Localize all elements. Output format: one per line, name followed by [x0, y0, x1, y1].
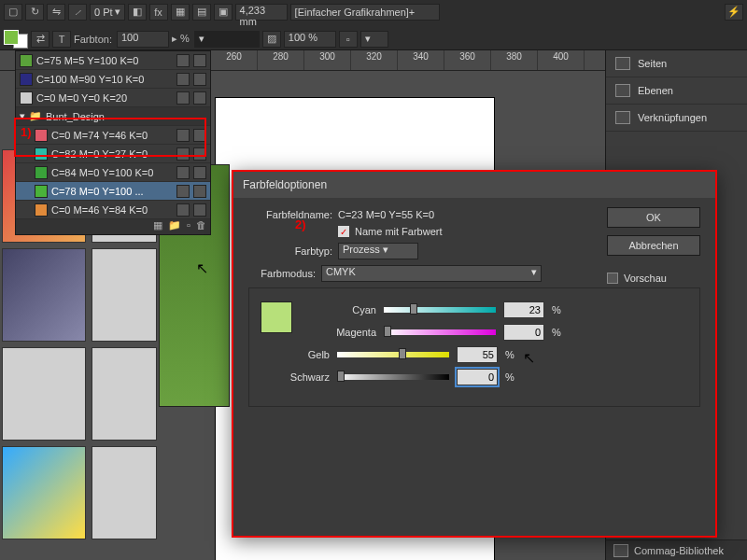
- panel-footer: ▦ 📁 ▫ 🗑: [16, 219, 210, 234]
- panel-library[interactable]: Commag-Bibliothek: [606, 539, 747, 560]
- preview-checkbox[interactable]: [607, 273, 618, 284]
- dialog-title: Farbfeldoptionen: [233, 172, 715, 198]
- gelb-value[interactable]: [457, 346, 498, 363]
- layers-icon: [615, 84, 630, 97]
- swatch-item[interactable]: C=100 M=90 Y=10 K=0: [16, 70, 210, 89]
- swatch-item[interactable]: C=0 M=46 Y=84 K=0: [16, 201, 210, 219]
- name-label: Farbfeldname:: [248, 209, 332, 220]
- new-swatch-icon[interactable]: ▫: [187, 219, 190, 234]
- cmyk-box: Cyan %Magenta %Gelb %Schwarz %: [248, 287, 700, 407]
- grid-icon[interactable]: ▦: [153, 219, 162, 234]
- swatch-item[interactable]: C=82 M=0 Y=27 K=0: [16, 145, 210, 163]
- wrap-icon[interactable]: ▦: [171, 4, 190, 21]
- cancel-button[interactable]: Abbrechen: [607, 235, 700, 256]
- swatch-item[interactable]: C=75 M=5 Y=100 K=0: [16, 51, 210, 70]
- slider-label: Gelb: [261, 349, 330, 360]
- mode-label: Farbmodus:: [248, 268, 316, 279]
- fill-stroke-chip[interactable]: [4, 30, 28, 49]
- opacity-icon[interactable]: ▨: [262, 31, 281, 48]
- chevron-down-icon: ▾: [20, 110, 25, 122]
- list-item[interactable]: [92, 446, 157, 539]
- name-with-value-checkbox[interactable]: ✓: [338, 226, 349, 237]
- preview-label: Vorschau: [624, 273, 667, 284]
- magenta-slider[interactable]: [384, 329, 496, 335]
- gelb-slider[interactable]: [337, 352, 449, 357]
- cursor-icon: ↖: [523, 349, 535, 367]
- list-item[interactable]: [92, 347, 157, 441]
- links-icon: [615, 111, 630, 124]
- corner-icon[interactable]: ◧: [128, 4, 147, 21]
- text-fill-icon[interactable]: T: [52, 31, 71, 48]
- effects-icon[interactable]: ▫: [339, 31, 358, 48]
- swatch-item[interactable]: C=0 M=0 Y=0 K=20: [16, 89, 210, 107]
- fit-icon[interactable]: ▣: [214, 4, 233, 21]
- swatch-folder[interactable]: ▾📁Bunt_Design: [16, 107, 210, 126]
- percent-field[interactable]: 100 %: [284, 31, 336, 48]
- swatches-panel: C=75 M=5 Y=100 K=0 C=100 M=90 Y=10 K=0 C…: [15, 50, 211, 235]
- panel-tab-layers[interactable]: Ebenen: [606, 77, 747, 105]
- tint-field[interactable]: 100: [117, 31, 169, 48]
- cyan-slider[interactable]: [384, 307, 496, 313]
- schwarz-value[interactable]: [457, 369, 498, 385]
- checkbox-label: Name mit Farbwert: [355, 226, 443, 237]
- swatch-item[interactable]: C=84 M=0 Y=100 K=0: [16, 163, 210, 182]
- name-value: C=23 M=0 Y=55 K=0: [338, 209, 434, 220]
- library-icon: [613, 544, 628, 557]
- ok-button[interactable]: OK: [607, 207, 700, 228]
- annotation-1: 1): [21, 125, 32, 139]
- slider-label: Magenta: [307, 327, 376, 338]
- slider-label: Cyan: [307, 304, 376, 315]
- new-folder-icon[interactable]: 📁: [168, 219, 181, 234]
- flip-icon[interactable]: ⇋: [47, 4, 65, 21]
- mm-field[interactable]: 4,233 mm: [235, 4, 288, 21]
- cursor-icon: ↖: [196, 259, 208, 277]
- list-item[interactable]: [92, 248, 157, 342]
- panel-tab-links[interactable]: Verknüpfungen: [606, 105, 747, 132]
- list-item[interactable]: [2, 446, 86, 539]
- misc-dropdown[interactable]: ▾: [360, 31, 388, 48]
- shear-icon[interactable]: ⟋: [68, 4, 87, 21]
- schwarz-slider[interactable]: [337, 374, 449, 380]
- folder-icon: 📁: [29, 110, 42, 122]
- list-item[interactable]: [2, 248, 86, 342]
- control-bar: ▢ ↻ ⇋ ⟋ 0 Pt ▾ ◧ fx ▦ ▤ ▣ 4,233 mm [Einf…: [0, 0, 747, 50]
- cyan-value[interactable]: [503, 301, 544, 318]
- fx-icon[interactable]: fx: [149, 4, 168, 21]
- panel-tab-pages[interactable]: Seiten: [606, 50, 747, 77]
- type-label: Farbtyp:: [248, 245, 332, 257]
- color-preview: [261, 301, 292, 333]
- color-type-dropdown[interactable]: Prozess ▾: [338, 243, 418, 259]
- annotation-2: 2): [295, 217, 306, 231]
- swap-icon[interactable]: ⇄: [31, 31, 49, 48]
- bolt-icon[interactable]: ⚡: [725, 4, 743, 21]
- trash-icon[interactable]: 🗑: [196, 219, 206, 234]
- align-icon[interactable]: ▤: [192, 4, 211, 21]
- selection-icon[interactable]: ▢: [4, 4, 22, 21]
- list-item[interactable]: [2, 347, 86, 441]
- swatch-item[interactable]: C=0 M=74 Y=46 K=0: [16, 126, 210, 145]
- tint-label: Farbton:: [74, 34, 112, 45]
- pages-icon: [615, 57, 630, 70]
- rotate-icon[interactable]: ↻: [25, 4, 44, 21]
- color-mode-dropdown[interactable]: CMYK ▾: [321, 265, 542, 282]
- swatch-item-selected[interactable]: C=78 M=0 Y=100 ...: [16, 182, 210, 201]
- gradient-dropdown[interactable]: ▾: [194, 31, 260, 48]
- slider-label: Schwarz: [261, 371, 330, 383]
- object-style-dropdown[interactable]: [Einfacher Grafikrahmen]+: [290, 4, 440, 21]
- stroke-weight[interactable]: 0 Pt ▾: [90, 4, 125, 21]
- magenta-value[interactable]: [503, 324, 544, 341]
